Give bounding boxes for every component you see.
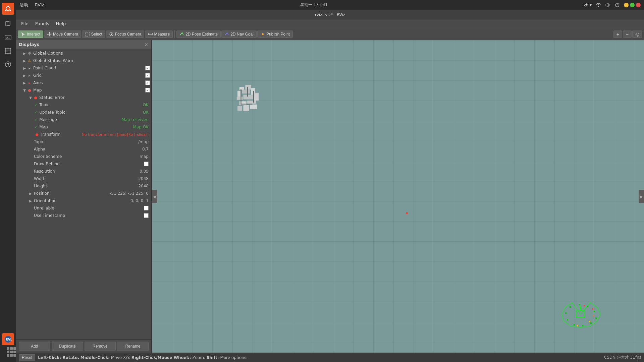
help-icon[interactable]: ? [2, 58, 14, 70]
add-display-button[interactable]: Add [19, 342, 50, 351]
interact-button[interactable]: Interact [18, 31, 43, 38]
maximize-button[interactable] [630, 3, 635, 7]
menu-help[interactable]: Help [53, 20, 69, 27]
expand-grid-icon[interactable]: ▶ [22, 73, 27, 78]
menu-file[interactable]: File [18, 20, 32, 27]
tree-prop-height[interactable]: Height 2048 [16, 182, 151, 190]
zoom-in-button[interactable]: + [613, 31, 622, 38]
rviz-icon[interactable]: RViz [2, 333, 14, 345]
ubuntu-logo-icon[interactable] [2, 3, 14, 15]
grid-checkbox[interactable] [145, 73, 150, 78]
locale-selector[interactable]: zh ▾ [584, 3, 592, 7]
tree-prop-topic[interactable]: Topic /map [16, 138, 151, 145]
point-cloud-checkbox[interactable] [145, 66, 150, 70]
prop-topic-label: Topic [33, 139, 138, 144]
tree-item-map[interactable]: ▼ ● Map [16, 86, 151, 94]
tree-prop-color-scheme[interactable]: Color Scheme map [16, 153, 151, 160]
tree-prop-resolution[interactable]: Resolution 0.05 [16, 168, 151, 175]
text-editor-icon[interactable] [2, 45, 14, 57]
check-icon-update-topic: ✓ [34, 110, 37, 115]
axes-checkbox[interactable] [145, 80, 150, 85]
datetime-display: 星期一 17：41 [300, 2, 328, 8]
select-button[interactable]: Select [82, 31, 105, 38]
close-displays-panel-button[interactable]: ✕ [144, 42, 149, 47]
tree-item-message[interactable]: ✓ Message Map received [16, 116, 151, 123]
svg-rect-25 [85, 32, 89, 36]
window-controls[interactable] [624, 3, 641, 7]
measure-button[interactable]: Measure [145, 31, 173, 38]
svg-rect-40 [254, 93, 259, 101]
reset-view-button[interactable]: Reset [19, 354, 35, 361]
svg-rect-43 [237, 106, 242, 111]
prop-orientation-label: Orientation [33, 198, 130, 203]
map-label: Map [32, 88, 145, 93]
draw-behind-checkbox[interactable] [144, 162, 149, 166]
pose-estimate-button[interactable]: 2D Pose Estimate [176, 31, 221, 38]
minimize-button[interactable] [624, 3, 629, 7]
tree-item-status-error[interactable]: ▼ ● Status: Error [16, 94, 151, 101]
expand-status-error-icon[interactable]: ▼ [28, 95, 33, 100]
tree-item-point-cloud[interactable]: ▶ ▸ Point Cloud [16, 64, 151, 72]
svg-marker-18 [606, 3, 608, 7]
svg-rect-33 [239, 87, 244, 90]
svg-rect-59 [570, 306, 571, 308]
use-timestamp-checkbox[interactable] [144, 213, 149, 218]
tree-item-global-status[interactable]: ▶ ⚠ Global Status: Warn [16, 57, 151, 64]
prop-topic-value: /map [138, 139, 151, 144]
tree-prop-width[interactable]: Width 2048 [16, 175, 151, 182]
menu-panels[interactable]: Panels [32, 20, 53, 27]
expand-point-cloud-icon[interactable]: ▶ [22, 66, 27, 70]
map-ok-label: Map [38, 125, 133, 129]
expand-map-icon[interactable]: ▼ [22, 88, 27, 93]
tree-prop-position[interactable]: ▶ Position -51.225; -51.225; 0 [16, 190, 151, 197]
duplicate-display-button[interactable]: Duplicate [52, 342, 83, 351]
focus-camera-button[interactable]: Focus Camera [106, 31, 145, 38]
expand-orientation-icon[interactable]: ▶ [28, 198, 33, 203]
tree-prop-unreliable[interactable]: Unreliable [16, 204, 151, 212]
left-panel: Displays ✕ ▶ ⚙ Global Options ▶ ⚠ Global… [16, 40, 152, 353]
map-checkbox[interactable] [145, 88, 150, 93]
tree-item-global-options[interactable]: ▶ ⚙ Global Options [16, 50, 151, 57]
nav-goal-button[interactable]: 2D Nav Goal [221, 31, 257, 38]
svg-point-3 [5, 10, 6, 11]
svg-rect-49 [253, 91, 254, 103]
files-icon[interactable] [2, 18, 14, 30]
close-button[interactable] [636, 3, 641, 7]
terminal-icon[interactable] [2, 32, 14, 44]
tree-item-update-topic-ok[interactable]: ✓ Update Topic OK [16, 109, 151, 116]
collapse-right-panel-button[interactable]: ▶ [639, 190, 644, 203]
tree-prop-alpha[interactable]: Alpha 0.7 [16, 145, 151, 153]
expand-position-icon[interactable]: ▶ [28, 191, 33, 196]
expand-global-options-icon[interactable]: ▶ [22, 51, 27, 56]
svg-marker-21 [49, 32, 50, 33]
point-icon [260, 32, 265, 37]
unreliable-checkbox[interactable] [144, 206, 149, 210]
zoom-fit-button[interactable]: ◎ [632, 31, 642, 38]
zoom-out-button[interactable]: − [623, 31, 632, 38]
remove-display-button[interactable]: Remove [85, 342, 116, 351]
prop-position-label: Position [33, 191, 110, 196]
tree-item-topic-ok[interactable]: ✓ Topic OK [16, 101, 151, 109]
expand-axes-icon[interactable]: ▶ [22, 80, 27, 85]
expand-global-status-icon[interactable]: ▶ [22, 58, 27, 63]
move-camera-button[interactable]: Move Camera [44, 31, 81, 38]
transform-value: No transform from [map] to [rslidar] [82, 132, 151, 137]
tree-item-map-ok[interactable]: ✓ Map Map OK [16, 123, 151, 131]
collapse-left-panel-button[interactable]: ◀ [152, 190, 157, 203]
svg-rect-39 [244, 95, 253, 100]
tree-item-grid[interactable]: ▶ ▸ Grid [16, 72, 151, 79]
publish-point-button[interactable]: Publish Point [257, 31, 293, 38]
apps-grid-icon[interactable] [7, 347, 16, 357]
3d-viewport[interactable]: ◀ ▶ [152, 40, 644, 353]
rename-display-button[interactable]: Rename [117, 342, 149, 351]
tree-prop-draw-behind[interactable]: Draw Behind [16, 160, 151, 168]
left-click-hint: Left-Click: Rotate. [38, 355, 79, 360]
fps-display: CSDN @大才 31fps [604, 355, 641, 360]
svg-rect-36 [242, 89, 250, 94]
tree-item-transform[interactable]: ● Transform No transform from [map] to [… [16, 131, 151, 138]
svg-rect-42 [247, 101, 256, 104]
svg-rect-5 [6, 21, 9, 26]
tree-item-axes[interactable]: ▶ ▸ Axes [16, 79, 151, 86]
tree-prop-use-timestamp[interactable]: Use Timestamp [16, 212, 151, 219]
tree-prop-orientation[interactable]: ▶ Orientation 0; 0; 0; 1 [16, 197, 151, 204]
